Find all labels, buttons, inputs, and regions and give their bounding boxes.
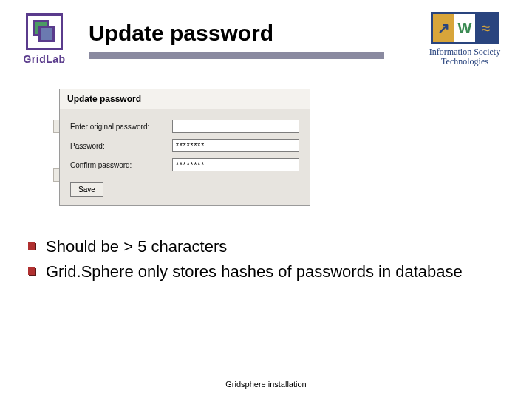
confirm-password-row: Confirm password: [70,158,299,171]
confirm-password-label: Confirm password: [70,161,172,169]
original-password-label: Enter original password: [70,123,172,131]
ist-logo: ↗ W ≈ Information Society Technologies [417,12,513,66]
panel-title: Update password [60,89,310,109]
ist-logo-label-2: Technologies [417,57,513,66]
bullet-list: Should be > 5 characters Grid.Sphere onl… [28,236,517,282]
password-input[interactable] [172,139,299,152]
original-password-input[interactable] [172,120,299,133]
save-button[interactable]: Save [70,182,103,197]
password-label: Password: [70,142,172,150]
password-row: Password: [70,139,299,152]
original-password-row: Enter original password: [70,120,299,133]
page-title: Update password [89,21,273,46]
slide-header: GridLab Update password ↗ W ≈ Informatio… [0,0,532,81]
update-password-panel: Update password Enter original password:… [59,89,310,206]
bullet-item: Grid.Sphere only stores hashes of passwo… [28,261,517,283]
title-rule [89,52,384,59]
slide-footer: Gridsphere installation [0,380,532,389]
ist-logo-icon: ↗ W ≈ [431,12,499,44]
panel-stub [53,120,59,133]
bullet-item: Should be > 5 characters [28,236,517,258]
panel-stub [53,168,59,182]
confirm-password-input[interactable] [172,158,299,171]
panel-body: Enter original password: Password: Confi… [60,109,310,205]
gridlab-logo: GridLab [18,13,71,65]
gridlab-logo-label: GridLab [18,53,71,65]
gridlab-logo-icon [26,13,63,50]
